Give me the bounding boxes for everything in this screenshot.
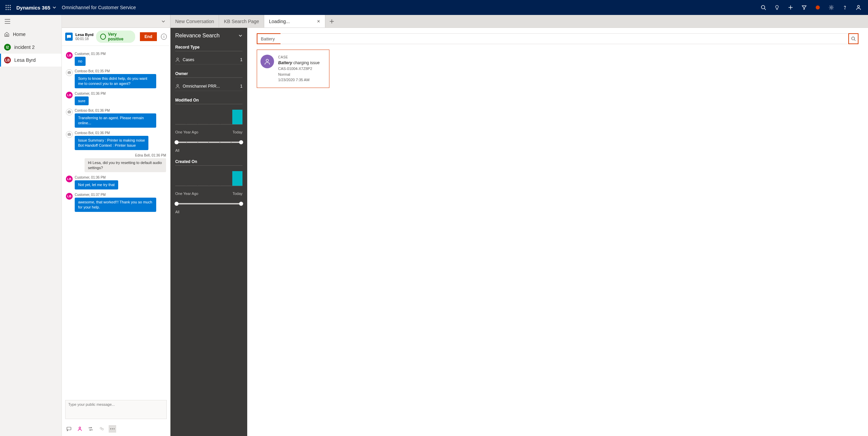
svg-point-25	[70, 72, 70, 73]
add-icon[interactable]	[784, 0, 797, 15]
chat-toolbar	[62, 423, 170, 436]
tab-kb-search[interactable]: KB Search Page	[219, 15, 264, 28]
chat-panel: Lesa Byrd 00:01:18 Very positive End i L…	[62, 28, 170, 436]
avatar: LB	[4, 57, 11, 63]
session-dropdown[interactable]	[62, 15, 170, 28]
message-meta: Customer, 01:37 PM	[75, 193, 156, 197]
info-icon[interactable]: i	[161, 34, 167, 40]
chat-input[interactable]	[65, 400, 167, 419]
lightbulb-icon[interactable]	[770, 0, 784, 15]
presence-dot[interactable]	[811, 0, 825, 15]
svg-point-16	[857, 5, 860, 7]
svg-point-7	[8, 9, 9, 10]
svg-point-44	[852, 37, 855, 40]
svg-point-14	[831, 7, 832, 8]
chat-message: LBCustomer, 01:37 PMawesome, that worked…	[66, 193, 166, 212]
waffle-icon[interactable]	[3, 5, 14, 10]
sentiment-badge: Very positive	[96, 31, 135, 43]
created-slider[interactable]	[175, 203, 242, 204]
sidebar-item-home[interactable]: Home	[0, 28, 61, 41]
more-icon[interactable]	[109, 425, 116, 433]
message-meta: Contoso Bot, 01:35 PM	[75, 69, 156, 73]
svg-point-39	[110, 429, 111, 430]
svg-point-42	[177, 58, 179, 60]
result-card[interactable]: CASE Battery charging issue CAS-01004-X7…	[257, 50, 329, 88]
settings-icon[interactable]	[825, 0, 838, 15]
top-navbar: Dynamics 365 Omnichannel for Customer Se…	[0, 0, 868, 15]
transfer-icon[interactable]	[87, 425, 94, 433]
brand-menu[interactable]: Dynamics 365	[14, 5, 59, 11]
svg-rect-31	[68, 133, 71, 135]
message-meta: Customer, 01:36 PM	[75, 92, 106, 95]
customer-avatar: LB	[66, 52, 73, 59]
chat-message: Contoso Bot, 01:36 PMTransferring to an …	[66, 109, 166, 128]
case-avatar-icon	[260, 55, 274, 68]
filter-icon[interactable]	[797, 0, 811, 15]
svg-point-1	[8, 5, 9, 6]
message-bubble: Hi Lesa, did you try resetting to defaul…	[85, 158, 166, 172]
svg-point-6	[6, 9, 7, 10]
consult-icon[interactable]	[76, 425, 84, 433]
tab-new-conversation[interactable]: New Conversation	[170, 15, 219, 28]
facet-cases[interactable]: Cases 1	[175, 55, 242, 65]
close-icon[interactable]: ✕	[317, 19, 320, 24]
svg-point-33	[70, 134, 70, 135]
chat-message: Contoso Bot, 01:35 PMSorry to know this …	[66, 69, 166, 88]
chat-log[interactable]: LBCustomer, 01:35 PMnoContoso Bot, 01:35…	[62, 46, 170, 397]
chevron-down-icon	[52, 5, 56, 10]
modified-header: Modified On	[175, 98, 242, 104]
svg-point-32	[69, 134, 69, 135]
app-subtitle: Omnichannel for Customer Service	[59, 5, 136, 10]
chat-timer: 00:01:18	[75, 37, 93, 41]
message-bubble: sure	[75, 96, 89, 106]
search-button[interactable]	[848, 33, 858, 44]
message-meta: Edna Bell, 01:36 PM	[85, 153, 166, 157]
svg-rect-22	[67, 35, 71, 38]
help-icon[interactable]	[838, 0, 852, 15]
bot-avatar-icon	[66, 109, 73, 115]
svg-point-4	[8, 7, 9, 8]
relevance-panel: Relevance Search Record Type Cases 1 Own…	[170, 28, 247, 436]
end-button[interactable]: End	[140, 32, 157, 41]
tab-loading[interactable]: Loading... ✕	[264, 15, 326, 28]
message-bubble: Sorry to know this didnt help, do you wa…	[75, 74, 156, 88]
svg-point-9	[761, 5, 765, 9]
sidebar-item-incident[interactable]: I2 incident 2	[0, 41, 61, 54]
add-tab-button[interactable]	[325, 15, 338, 28]
chat-message: LBCustomer, 01:36 PMsure	[66, 92, 166, 106]
account-icon[interactable]	[852, 0, 865, 15]
modified-slider[interactable]	[175, 142, 242, 143]
notes-icon[interactable]	[98, 425, 105, 433]
svg-point-8	[10, 9, 11, 10]
svg-point-5	[10, 7, 11, 8]
left-sidebar: Home I2 incident 2 LB Lesa Byrd	[0, 15, 62, 436]
owner-header: Owner	[175, 71, 242, 78]
svg-point-15	[845, 8, 845, 9]
modified-histogram	[175, 110, 242, 125]
customer-avatar: LB	[66, 92, 73, 98]
search-input[interactable]	[257, 33, 281, 44]
chat-message: LBCustomer, 01:36 PMNot yet, let me try …	[66, 176, 166, 189]
sidebar-item-lesa[interactable]: LB Lesa Byrd	[0, 54, 61, 67]
svg-rect-23	[68, 72, 71, 74]
search-icon[interactable]	[757, 0, 770, 15]
svg-rect-35	[67, 427, 71, 430]
message-meta: Customer, 01:36 PM	[75, 176, 118, 179]
avatar: I2	[4, 44, 11, 51]
message-bubble: awesome, that worked!!! Thank you so muc…	[75, 198, 156, 212]
svg-point-29	[70, 112, 70, 113]
chevron-down-icon	[161, 19, 165, 23]
bot-avatar-icon	[66, 69, 73, 76]
svg-point-36	[79, 427, 81, 429]
message-meta: Customer, 01:35 PM	[75, 52, 106, 56]
message-bubble: Issue Summary : Printer is making noise …	[75, 136, 148, 150]
sidebar-home-label: Home	[13, 32, 25, 37]
quick-reply-icon[interactable]	[65, 425, 73, 433]
svg-point-46	[266, 59, 269, 62]
svg-point-2	[10, 5, 11, 6]
message-bubble: Transferring to an agent. Please remain …	[75, 113, 156, 128]
facet-owner[interactable]: Omnichannel PRR... 1	[175, 82, 242, 91]
search-row	[257, 33, 858, 44]
chevron-down-icon[interactable]	[238, 34, 242, 38]
hamburger-icon[interactable]	[0, 15, 61, 28]
